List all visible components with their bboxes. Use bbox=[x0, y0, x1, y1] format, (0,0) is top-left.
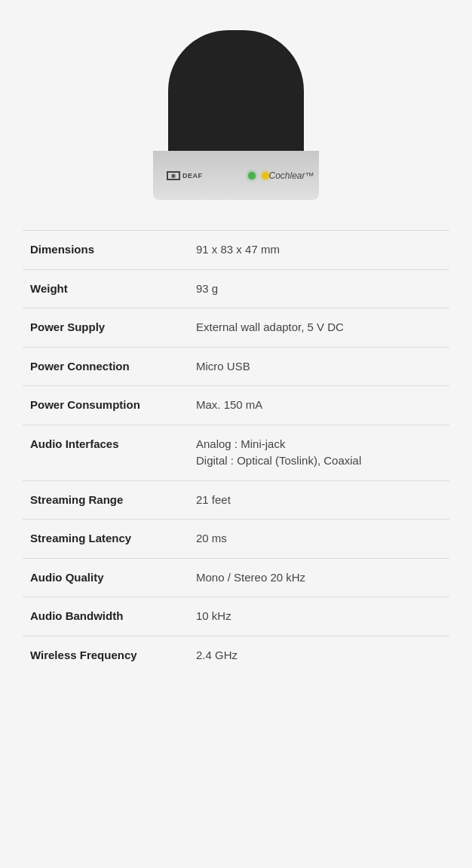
device-image-container: ▣ DEAF Cochlear™ bbox=[23, 15, 449, 222]
spec-value: Max. 150 mA bbox=[188, 386, 449, 425]
spec-value: 21 feet bbox=[188, 480, 449, 520]
spec-value: Mono / Stereo 20 kHz bbox=[188, 558, 449, 597]
table-row: Power SupplyExternal wall adaptor, 5 V D… bbox=[23, 308, 449, 348]
device-bottom-band: ▣ DEAF Cochlear™ bbox=[153, 151, 319, 200]
spec-label: Power Connection bbox=[23, 347, 188, 386]
table-row: Audio Bandwidth10 kHz bbox=[23, 597, 449, 636]
table-row: Audio InterfacesAnalog : Mini-jackDigita… bbox=[23, 425, 449, 480]
spec-value: 2.4 GHz bbox=[188, 636, 449, 674]
table-row: Power ConnectionMicro USB bbox=[23, 347, 449, 386]
spec-value: Micro USB bbox=[188, 347, 449, 386]
table-row: Audio QualityMono / Stereo 20 kHz bbox=[23, 558, 449, 597]
spec-value: External wall adaptor, 5 V DC bbox=[188, 308, 449, 348]
specs-table: Dimensions91 x 83 x 47 mmWeight93 gPower… bbox=[23, 230, 449, 674]
spec-label: Audio Bandwidth bbox=[23, 597, 188, 636]
brand-logo: ▣ DEAF bbox=[167, 171, 203, 180]
spec-value: Analog : Mini-jackDigital : Optical (Tos… bbox=[188, 425, 449, 480]
spec-label: Audio Interfaces bbox=[23, 425, 188, 480]
spec-label: Power Supply bbox=[23, 308, 188, 348]
logo-box-icon: ▣ bbox=[167, 171, 180, 180]
device-image: ▣ DEAF Cochlear™ bbox=[153, 30, 319, 200]
table-row: Streaming Range21 feet bbox=[23, 480, 449, 520]
led-green-icon bbox=[248, 172, 256, 179]
table-row: Dimensions91 x 83 x 47 mm bbox=[23, 231, 449, 270]
spec-label: Wireless Frequency bbox=[23, 636, 188, 674]
table-row: Weight93 g bbox=[23, 269, 449, 308]
brand-name: DEAF bbox=[182, 172, 203, 179]
led-group bbox=[248, 172, 269, 179]
spec-value: 93 g bbox=[188, 269, 449, 308]
spec-value: 91 x 83 x 47 mm bbox=[188, 231, 449, 270]
spec-label: Weight bbox=[23, 269, 188, 308]
spec-label: Streaming Latency bbox=[23, 520, 188, 559]
spec-label: Dimensions bbox=[23, 231, 188, 270]
cochlear-label: Cochlear™ bbox=[269, 170, 314, 181]
spec-value: 10 kHz bbox=[188, 597, 449, 636]
spec-label: Power Consumption bbox=[23, 386, 188, 425]
led-yellow-icon bbox=[262, 172, 269, 179]
spec-label: Audio Quality bbox=[23, 558, 188, 597]
table-row: Streaming Latency20 ms bbox=[23, 520, 449, 559]
table-row: Power ConsumptionMax. 150 mA bbox=[23, 386, 449, 425]
spec-label: Streaming Range bbox=[23, 480, 188, 520]
device-top-body bbox=[168, 30, 304, 151]
table-row: Wireless Frequency2.4 GHz bbox=[23, 636, 449, 674]
spec-value: 20 ms bbox=[188, 520, 449, 559]
